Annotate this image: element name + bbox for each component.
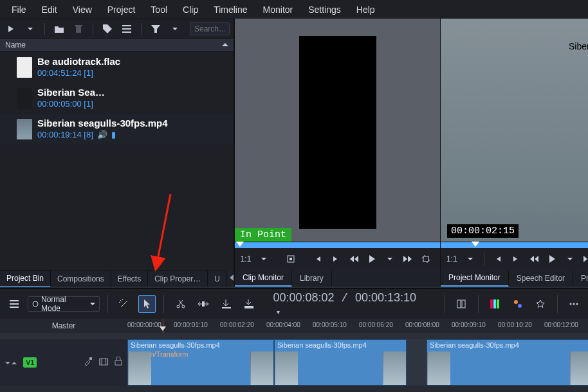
menu-project[interactable]: Project xyxy=(100,2,143,17)
svg-point-13 xyxy=(570,303,572,305)
menu-help[interactable]: Help xyxy=(349,2,383,17)
menu-view[interactable]: View xyxy=(65,2,100,17)
menu-tool[interactable]: Tool xyxy=(143,2,175,17)
tab-effects[interactable]: Effects xyxy=(111,271,148,287)
clip-thumb-icon xyxy=(17,57,32,78)
clip-title: Siberian seagulls-30fps.mp4 xyxy=(427,340,588,350)
svg-point-11 xyxy=(514,300,518,304)
forward-icon[interactable] xyxy=(581,252,588,266)
bin-item[interactable]: Be audiotrack.flac 00:04:51:24 [1] xyxy=(0,52,234,83)
play-icon[interactable] xyxy=(545,252,559,266)
track-expand-icon[interactable] xyxy=(12,357,17,368)
rewind-icon[interactable] xyxy=(347,252,361,266)
clip-viewport[interactable]: In Point xyxy=(235,19,440,242)
ruler-tick: 00:00:06:20 xyxy=(359,321,393,328)
tab-overflow[interactable]: U xyxy=(208,271,227,287)
tab-library[interactable]: Library xyxy=(292,271,332,286)
project-timecode-overlay: 00:00:02:15 xyxy=(447,224,519,238)
forward-icon[interactable] xyxy=(401,252,415,266)
lock-icon[interactable] xyxy=(115,357,122,368)
list-icon[interactable] xyxy=(120,22,134,36)
zoom-drop-icon[interactable] xyxy=(463,252,477,266)
menu-monitor[interactable]: Monitor xyxy=(255,2,301,17)
tabs-scroll-left-icon[interactable] xyxy=(230,274,234,283)
timeline-master-label[interactable]: Master xyxy=(0,319,127,333)
bin-item[interactable]: Siberian seagulls-30fps.mp4 00:00:19:14 … xyxy=(0,114,234,145)
bin-play-drop-icon[interactable] xyxy=(23,22,37,36)
project-viewport[interactable]: 00:00:02:15 xyxy=(441,19,588,242)
tag-icon[interactable] xyxy=(100,22,115,36)
set-in-icon[interactable] xyxy=(311,252,325,266)
project-monitor-tabs: Project Monitor Speech Editor Project N xyxy=(441,270,588,287)
clip-monitor-controls: 1:1 xyxy=(235,248,440,270)
clip-thumb-icon xyxy=(17,88,32,109)
menu-file[interactable]: File xyxy=(4,2,34,17)
color-swatch-icon[interactable] xyxy=(486,295,504,313)
track-header[interactable]: V1 xyxy=(0,339,127,386)
overflow-icon[interactable] xyxy=(565,295,583,313)
tab-compositions[interactable]: Compositions xyxy=(51,271,111,287)
go-start-icon[interactable] xyxy=(284,252,298,266)
mixer-icon[interactable] xyxy=(453,295,470,313)
clip-title: Siberian seagulls-30fps.mp4 xyxy=(37,118,168,129)
tab-project-bin[interactable]: Project Bin xyxy=(0,270,51,287)
overwrite-icon[interactable] xyxy=(240,295,257,313)
track-area[interactable]: Siberian seagulls-30fps.mp4Fade in/Trans… xyxy=(127,339,588,386)
tab-clip-properties[interactable]: Clip Proper… xyxy=(148,271,208,287)
clip-ruler[interactable] xyxy=(235,242,440,248)
bin-item[interactable]: Siberian Sea… 00:00:05:00 [1] xyxy=(0,83,234,114)
timeline-clip[interactable]: Siberian seagulls-30fps.mp4 xyxy=(274,339,407,386)
hamburger-icon[interactable] xyxy=(5,295,23,313)
set-in-icon[interactable] xyxy=(491,252,505,266)
add-folder-icon[interactable] xyxy=(52,22,66,36)
tab-speech-editor[interactable]: Speech Editor xyxy=(509,271,573,286)
play-icon[interactable] xyxy=(365,252,379,266)
delete-icon[interactable] xyxy=(71,22,86,36)
tags-icon[interactable] xyxy=(509,295,526,313)
tc-drop-icon[interactable]: ▾ xyxy=(277,308,280,316)
bin-column-header[interactable]: Name xyxy=(0,38,234,52)
tab-project-monitor[interactable]: Project Monitor xyxy=(441,270,509,287)
collapse-icon[interactable] xyxy=(222,40,228,49)
zoom-level-button[interactable]: 1:1 xyxy=(239,252,253,266)
timeline-ruler[interactable]: 00:00:00:0000:00:01:1000:00:02:2000:00:0… xyxy=(127,319,588,333)
svg-point-14 xyxy=(573,303,575,305)
edit-mode-dropdown[interactable]: Normal Mode xyxy=(28,296,99,312)
zoom-drop-icon[interactable] xyxy=(257,252,271,266)
film-icon[interactable] xyxy=(99,357,108,368)
play-drop-icon[interactable] xyxy=(563,252,577,266)
spacer-icon[interactable] xyxy=(195,295,212,313)
set-out-icon[interactable] xyxy=(509,252,523,266)
crop-icon[interactable] xyxy=(419,252,433,266)
rewind-icon[interactable] xyxy=(527,252,541,266)
menu-clip[interactable]: Clip xyxy=(175,2,206,17)
effects-icon[interactable] xyxy=(116,295,133,313)
track-label[interactable]: V1 xyxy=(23,357,37,368)
bin-play-icon[interactable] xyxy=(4,22,18,36)
track-collapse-icon[interactable] xyxy=(5,357,10,368)
razor-icon[interactable] xyxy=(172,295,189,313)
filter-drop-icon[interactable] xyxy=(168,22,182,36)
play-drop-icon[interactable] xyxy=(383,252,397,266)
filter-icon[interactable] xyxy=(149,22,163,36)
tab-project-notes[interactable]: Project N xyxy=(573,271,588,286)
menu-timeline[interactable]: Timeline xyxy=(206,2,255,17)
clip-title: Siberian Sea… xyxy=(37,87,105,98)
clip-title: Siberian seagulls-30fps.mp4 xyxy=(275,340,406,350)
timeline-track-v1: V1 Siberian seagulls-30fps.mp4Fade in/Tr… xyxy=(0,339,588,386)
timeline-clip[interactable]: Siberian seagulls-30fps.mp4Fade in/Trans… xyxy=(127,339,274,386)
favorite-icon[interactable] xyxy=(531,295,549,313)
menu-edit[interactable]: Edit xyxy=(34,2,65,17)
tab-clip-monitor[interactable]: Clip Monitor xyxy=(235,270,292,287)
search-input[interactable] xyxy=(190,22,230,35)
timeline-clip[interactable]: Siberian seagulls-30fps.mp4 xyxy=(427,339,588,386)
select-tool-icon[interactable] xyxy=(138,295,156,313)
project-ruler[interactable] xyxy=(441,242,588,248)
ruler-tick: 00:00:08:00 xyxy=(405,321,439,328)
eyedropper-icon[interactable] xyxy=(84,357,93,368)
set-out-icon[interactable] xyxy=(329,252,343,266)
insert-icon[interactable] xyxy=(217,295,235,313)
bin-search xyxy=(190,22,230,35)
zoom-level-button[interactable]: 1:1 xyxy=(445,252,459,266)
menu-settings[interactable]: Settings xyxy=(300,2,349,17)
